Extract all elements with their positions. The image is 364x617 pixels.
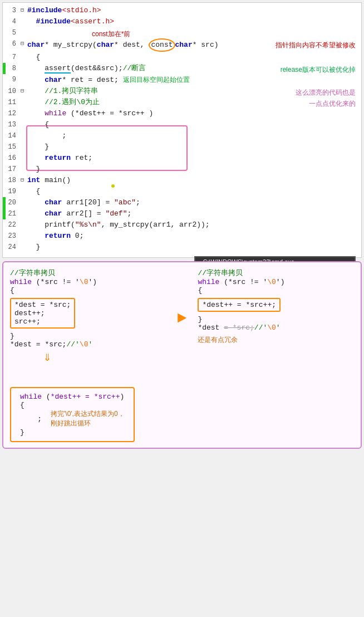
dest-src-line: *dest = *src;//'\0' — [198, 324, 354, 332]
code-line-18: 18 ⊟ int main() — [3, 175, 361, 186]
release-annotation: release版本可以被优化掉 — [281, 64, 356, 75]
brace-close-right: } — [198, 315, 354, 324]
code-line-6: 6 ⊟ char* my_strcpy(char* dest, constcha… — [3, 38, 361, 52]
beautiful-annotation2: 一点点优化来的 — [309, 98, 356, 109]
code-line-23: 23 return 0; — [3, 231, 361, 242]
final-while-line: while (*dest++ = *src++) — [20, 393, 125, 401]
code-editor: 3 ⊟ #include<stdio.h> 4 #include<assert.… — [2, 2, 362, 258]
code-line-24: 24 } — [3, 242, 361, 253]
final-body: ; 拷完'\0',表达式结果为0， 刚好跳出循环 — [20, 409, 125, 428]
code-line-22: 22 printf("%s\n", my_strcpy(arr1, arr2))… — [3, 219, 361, 231]
code-line-9: 9 char* ret = dest; 返回目标空间起始位置 — [3, 74, 361, 86]
bottom-explanation-section: //字符串拷贝 while (*src != '\0') { *dest = *… — [2, 261, 362, 449]
code-line-10: 10 ⊟ //1.拷贝字符串 这么漂亮的代码也是 — [3, 86, 361, 97]
orange-box-right: *dest++ = *src++; — [198, 297, 354, 313]
box-right-line: *dest++ = *src++; — [202, 301, 276, 309]
breakpoint-bar — [3, 63, 6, 74]
pointer-annotation: 指针指向内容不希望被修改 — [276, 40, 356, 51]
down-arrow-icon: ⇓ — [43, 349, 354, 365]
code-line-11: 11 //2.遇到\0为止 一点点优化来的 — [3, 97, 361, 108]
brace-open-left: { — [10, 286, 166, 295]
code-block-original: //字符串拷贝 while (*src != '\0') { *dest = *… — [10, 268, 166, 349]
extra-line: *dest = *src;//'\0' — [10, 340, 166, 349]
redundant-note: 还是有点冗余 — [198, 335, 354, 345]
breakpoint-bar2 — [3, 197, 6, 208]
code-line-19: 19 { — [3, 186, 361, 197]
code-line-13: 13 { — [3, 119, 361, 130]
const-annotation: const加在*前 — [92, 28, 130, 40]
orange-box-left: *dest = *src; dest++; src++; — [10, 297, 166, 330]
code-line-12: 12 while (*dest++ = *src++ ) — [3, 108, 361, 119]
code-line-16: 16 return ret; — [3, 153, 361, 164]
box-line2: dest++; — [14, 309, 71, 317]
code-line-4: 4 #include<assert.h> — [3, 16, 361, 27]
final-note2: 刚好跳出循环 — [51, 419, 125, 428]
final-brace-open: { — [20, 401, 125, 409]
code-line-5: 5 const加在*前 — [3, 27, 361, 38]
final-code-block: while (*dest++ = *src++) { ; 拷完'\0',表达式结… — [10, 387, 135, 442]
final-block-container: while (*dest++ = *src++) { ; 拷完'\0',表达式结… — [10, 370, 135, 442]
code-line-21: 21 char arr2[] = "def"; — [3, 208, 361, 219]
comment-left: //字符串拷贝 — [10, 268, 166, 278]
code-line-3: 3 ⊟ #include<stdio.h> — [3, 5, 361, 16]
while-right: while (*src != '\0') — [198, 278, 354, 286]
code-line-15: 15 } — [3, 141, 361, 153]
code-line-7: 7 { — [3, 52, 361, 63]
code-line-14: 14 ; — [3, 130, 361, 141]
final-semi: ; — [20, 415, 42, 423]
code-line-8: 8 assert(dest&&src);//断言 release版本可以被优化掉 — [3, 63, 361, 74]
final-brace-close: } — [20, 428, 125, 437]
arrow-container: ► — [178, 268, 187, 349]
beautiful-annotation1: 这么漂亮的代码也是 — [296, 87, 356, 98]
code-line-20: 20 char arr1[20] = "abc"; — [3, 197, 361, 208]
box-line3: src++; — [14, 317, 71, 326]
box-line1: *dest = *src; — [14, 301, 71, 309]
final-note-container: 拷完'\0',表达式结果为0， 刚好跳出循环 — [51, 409, 125, 428]
while-left: while (*src != '\0') — [10, 278, 166, 286]
breakpoint-bar3 — [3, 208, 6, 219]
code-line-17: 17 } — [3, 164, 361, 175]
brace-close-left: } — [10, 332, 166, 340]
code-comparison: //字符串拷贝 while (*src != '\0') { *dest = *… — [10, 268, 354, 349]
right-arrow-icon: ► — [178, 310, 187, 327]
code-block-optimized: //字符串拷贝 while (*src != '\0') { *dest++ =… — [198, 268, 354, 349]
brace-open-right: { — [198, 286, 354, 295]
final-note1: 拷完'\0',表达式结果为0， — [51, 409, 125, 419]
comment-right: //字符串拷贝 — [198, 268, 354, 278]
